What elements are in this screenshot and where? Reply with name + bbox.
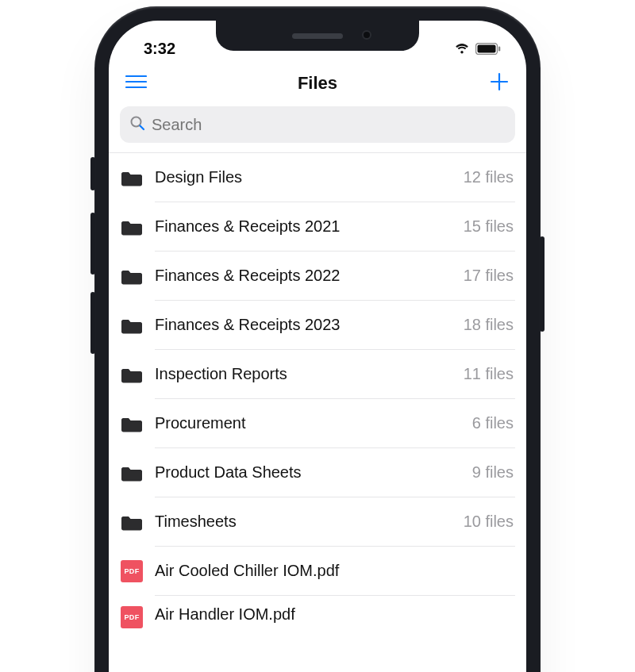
- file-name: Air Handler IOM.pdf: [155, 605, 295, 624]
- folder-name: Finances & Receipts 2023: [155, 316, 340, 334]
- folder-row[interactable]: Finances & Receipts 202115 files: [109, 202, 526, 252]
- folder-file-count: 12 files: [464, 168, 514, 186]
- folder-row[interactable]: Design Files12 files: [109, 153, 526, 202]
- folder-row[interactable]: Finances & Receipts 202217 files: [109, 252, 526, 301]
- pdf-icon: PDF: [120, 605, 144, 629]
- nav-bar: line{stroke:#0a7aff;stroke-width:2.2;str…: [109, 63, 526, 103]
- folder-icon: [120, 510, 144, 534]
- phone-side-button: [90, 213, 95, 275]
- folder-file-count: 10 files: [464, 513, 514, 531]
- menu-button[interactable]: line{stroke:#0a7aff;stroke-width:2.2;str…: [123, 71, 148, 96]
- status-time: 3:32: [128, 40, 175, 58]
- phone-side-button: [90, 157, 95, 190]
- search-input[interactable]: [152, 116, 506, 134]
- phone-frame: 3:32 line{stroke:#0a7aff;stroke-width:2.…: [94, 6, 541, 672]
- folder-file-count: 9 files: [472, 463, 514, 482]
- pdf-icon: PDF: [120, 559, 144, 583]
- folder-icon: [120, 264, 144, 288]
- file-row[interactable]: PDFAir Handler IOM.pdf: [109, 596, 526, 628]
- folder-file-count: 6 files: [472, 414, 514, 432]
- folder-name: Inspection Reports: [155, 365, 287, 383]
- search-icon: [129, 115, 145, 134]
- phone-side-button: [90, 292, 95, 354]
- folder-file-count: 15 files: [464, 217, 514, 236]
- folder-name: Procurement: [155, 414, 246, 432]
- folder-icon: [120, 461, 144, 485]
- phone-speaker: [292, 33, 343, 39]
- folder-file-count: 17 files: [464, 267, 514, 285]
- svg-point-8: [132, 117, 141, 127]
- folder-name: Design Files: [155, 168, 242, 186]
- folder-name: Finances & Receipts 2021: [155, 217, 340, 236]
- folder-icon: [120, 363, 144, 386]
- add-button[interactable]: [487, 71, 512, 96]
- svg-rect-2: [498, 46, 500, 51]
- folder-row[interactable]: Finances & Receipts 202318 files: [109, 301, 526, 350]
- folder-icon: [120, 215, 144, 239]
- phone-side-button: [540, 236, 545, 332]
- phone-notch: [216, 21, 419, 51]
- screen: 3:32 line{stroke:#0a7aff;stroke-width:2.…: [109, 21, 526, 672]
- file-row[interactable]: PDFAir Cooled Chiller IOM.pdf: [109, 547, 526, 596]
- folder-name: Timesheets: [155, 513, 237, 531]
- folder-file-count: 11 files: [464, 365, 514, 383]
- file-list[interactable]: Design Files12 filesFinances & Receipts …: [109, 152, 526, 628]
- folder-icon: [120, 412, 144, 436]
- file-name: Air Cooled Chiller IOM.pdf: [155, 562, 339, 580]
- svg-rect-1: [478, 44, 496, 52]
- folder-row[interactable]: Procurement6 files: [109, 399, 526, 448]
- phone-camera: [362, 30, 371, 40]
- folder-name: Finances & Receipts 2022: [155, 267, 340, 285]
- wifi-icon: [453, 42, 471, 55]
- folder-row[interactable]: Product Data Sheets9 files: [109, 448, 526, 497]
- svg-line-9: [140, 126, 144, 130]
- folder-name: Product Data Sheets: [155, 463, 302, 482]
- page-title: Files: [298, 73, 337, 94]
- folder-row[interactable]: Timesheets10 files: [109, 497, 526, 547]
- menu-icon: line{stroke:#0a7aff;stroke-width:2.2;str…: [125, 74, 147, 93]
- plus-icon: [490, 72, 509, 94]
- folder-file-count: 18 files: [464, 316, 514, 334]
- folder-icon: [120, 313, 144, 337]
- battery-icon: [475, 43, 501, 55]
- folder-row[interactable]: Inspection Reports11 files: [109, 350, 526, 399]
- search-field[interactable]: [120, 106, 515, 143]
- folder-icon: [120, 166, 144, 190]
